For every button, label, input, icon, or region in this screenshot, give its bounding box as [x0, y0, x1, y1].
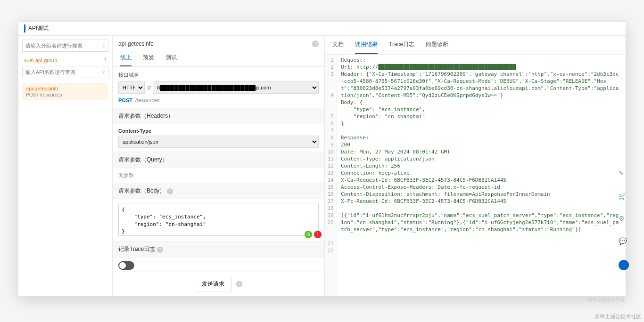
tab-online[interactable]: 线上 — [120, 50, 132, 66]
trace-section-title: 记录Trace日志? — [113, 241, 324, 258]
protocol-sep: :// — [147, 85, 151, 90]
trace-toggle[interactable] — [118, 261, 134, 270]
request-panel: api-getecsinfo ? 线上 预发 测试 接口域名 HTTP :// … — [113, 36, 325, 296]
api-group-row[interactable]: xuel-api-group ˄ — [22, 55, 108, 66]
side-toolbar: ✎ 🛒 ⚙ 💬 — [619, 169, 629, 270]
help-icon[interactable]: ? — [312, 40, 319, 47]
stage-tabs: 线上 预发 测试 — [113, 50, 324, 67]
search-icon[interactable]: ⌕ — [102, 68, 106, 75]
api-search-input[interactable] — [22, 66, 108, 78]
api-name: api-getecsinfo — [118, 40, 154, 47]
app-header: API调试 — [18, 22, 626, 36]
tab-trace[interactable]: Trace日志 — [389, 36, 414, 54]
response-panel: 文档 调用结果 Trace日志 问题诊断 1 2 3 4 5 6 7 8 9 1… — [325, 36, 626, 296]
body-section-title: 请求参数（Body）? — [113, 183, 324, 199]
code-content: Request: Url: http://███████████████████… — [337, 55, 626, 296]
protocol-select[interactable]: HTTP — [118, 81, 145, 94]
query-section-title: 请求参数（Query） — [113, 152, 324, 168]
help-icon[interactable]: ? — [236, 281, 242, 287]
content-type-select[interactable]: application/json — [118, 136, 319, 148]
cart-icon[interactable]: 🛒 — [619, 192, 627, 201]
headers-section-title: 请求参数（Headers） — [113, 108, 324, 124]
group-name: xuel-api-group — [24, 57, 57, 63]
tab-docs[interactable]: 文档 — [332, 36, 344, 54]
content-type-label: Content-Type — [118, 128, 319, 134]
group-search-input[interactable] — [22, 40, 108, 52]
response-tabs: 文档 调用结果 Trace日志 问题诊断 — [325, 36, 626, 55]
host-select[interactable]: 8██████████████████████████pi.com — [153, 81, 319, 94]
help-icon[interactable]: ? — [167, 188, 173, 194]
api-search: ⌕ — [22, 66, 108, 78]
tab-diagnose[interactable]: 问题诊断 — [426, 36, 448, 54]
tab-result[interactable]: 调用结果 — [355, 36, 378, 54]
qr-icon[interactable] — [619, 260, 629, 270]
tab-pre[interactable]: 预发 — [143, 50, 154, 66]
query-empty-text: 无参数 — [118, 172, 134, 178]
send-request-button[interactable]: 发送请求 — [195, 277, 231, 291]
error-badge[interactable]: 1 — [314, 231, 322, 238]
method-path: POST/resources — [113, 97, 324, 108]
api-item-sub: POST /resources — [26, 92, 105, 97]
page-title: API调试 — [24, 24, 49, 32]
gear-icon[interactable]: ⚙ — [619, 215, 627, 223]
sidebar-api-item[interactable]: api-getecsinfo POST /resources — [22, 83, 108, 100]
watermark: @稀土掘金技术社区 — [594, 313, 641, 318]
chevron-up-icon: ˄ — [104, 58, 107, 63]
grammarly-icon[interactable]: G — [305, 231, 312, 238]
chat-icon[interactable]: 💬 — [619, 237, 627, 246]
group-search: ⌕ — [22, 40, 108, 52]
sidebar: ⌕ xuel-api-group ˄ ⌕ api-getecsinfo POST… — [18, 36, 113, 296]
watermark: @稀土掘金技术社 — [587, 297, 625, 303]
domain-label: 接口域名 — [113, 67, 324, 81]
line-gutter: 1 2 3 4 5 6 7 8 9 10 11 12 13 14 15 16 1… — [325, 55, 337, 296]
help-icon[interactable]: ? — [157, 247, 163, 253]
api-item-name: api-getecsinfo — [26, 86, 105, 91]
body-textarea[interactable] — [118, 203, 319, 236]
tab-test[interactable]: 测试 — [165, 50, 177, 66]
search-icon[interactable]: ⌕ — [102, 42, 106, 48]
response-code[interactable]: 1 2 3 4 5 6 7 8 9 10 11 12 13 14 15 16 1… — [325, 55, 626, 296]
edit-icon[interactable]: ✎ — [619, 169, 627, 178]
